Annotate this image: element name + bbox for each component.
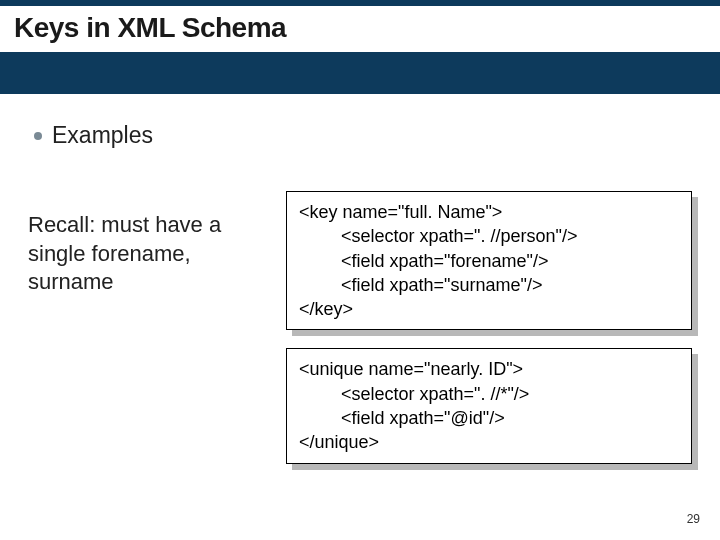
page-number: 29 bbox=[687, 512, 700, 526]
code-box-1-wrap: <key name="full. Name"> <selector xpath=… bbox=[286, 191, 692, 330]
code-line: <key name="full. Name"> bbox=[299, 202, 502, 222]
code-box-2: <unique name="nearly. ID"> <selector xpa… bbox=[286, 348, 692, 463]
title-band bbox=[0, 52, 720, 94]
code-box-1: <key name="full. Name"> <selector xpath=… bbox=[286, 191, 692, 330]
recall-text: Recall: must have a single forename, sur… bbox=[28, 191, 268, 297]
code-line: <selector xpath=". //person"/> bbox=[299, 224, 679, 248]
code-line: <unique name="nearly. ID"> bbox=[299, 359, 523, 379]
code-line: <field xpath="forename"/> bbox=[299, 249, 679, 273]
bullet-text: Examples bbox=[52, 122, 153, 149]
slide-content: Examples Recall: must have a single fore… bbox=[0, 94, 720, 464]
bullet-icon bbox=[34, 132, 42, 140]
code-line: </key> bbox=[299, 299, 353, 319]
code-line: <field xpath="surname"/> bbox=[299, 273, 679, 297]
title-bar: Keys in XML Schema bbox=[0, 0, 720, 52]
example-row: Recall: must have a single forename, sur… bbox=[28, 191, 692, 330]
bullet-line: Examples bbox=[28, 122, 692, 149]
code-line: </unique> bbox=[299, 432, 379, 452]
code-box-2-wrap: <unique name="nearly. ID"> <selector xpa… bbox=[286, 348, 692, 463]
code-line: <selector xpath=". //*"/> bbox=[299, 382, 679, 406]
code-line: <field xpath="@id"/> bbox=[299, 406, 679, 430]
slide-title: Keys in XML Schema bbox=[0, 6, 720, 52]
